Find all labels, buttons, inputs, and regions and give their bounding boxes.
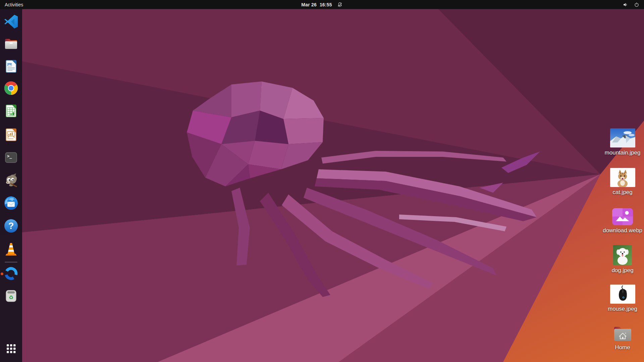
dock-item-libreoffice-impress[interactable] <box>3 127 19 143</box>
dock-item-files[interactable] <box>3 36 19 52</box>
clock-button[interactable]: Mar 26 16:55 <box>301 0 342 9</box>
cat-photo-thumbnail <box>610 168 635 187</box>
desktop-icon-label: dog.jpeg <box>611 267 633 274</box>
desktop-icon-label: download.webp <box>603 228 642 234</box>
dock-item-help[interactable]: ? <box>3 218 19 234</box>
wallpaper-jellyfish <box>0 0 644 362</box>
desktop-icon-cat-jpeg[interactable]: cat.jpeg <box>601 168 644 196</box>
top-bar: Activities Mar 26 16:55 <box>0 0 644 9</box>
svg-text:♻: ♻ <box>9 294 13 301</box>
system-status-area[interactable] <box>623 0 644 9</box>
chrome-icon <box>3 80 19 96</box>
libreoffice-calc-icon <box>3 103 19 119</box>
svg-text:>_: >_ <box>7 154 12 159</box>
desktop-icon-label: Home <box>615 345 630 351</box>
desktop-icon-home-folder[interactable]: Home <box>601 324 644 351</box>
gimp-icon <box>3 172 19 188</box>
show-applications-grid-icon <box>3 341 19 357</box>
dock-divider <box>5 262 17 262</box>
activities-button[interactable]: Activities <box>0 0 28 9</box>
libreoffice-writer-icon <box>3 58 19 74</box>
dock-item-vlc[interactable] <box>3 241 19 257</box>
home-folder-icon <box>613 324 633 342</box>
help-icon: ? <box>3 218 19 234</box>
svg-text:?: ? <box>8 221 14 231</box>
ubuntu-desktop: Activities Mar 26 16:55 <box>0 0 644 362</box>
volume-icon <box>623 2 628 7</box>
desktop-icon-label: cat.jpeg <box>612 189 633 196</box>
dock-item-trash[interactable]: ♻ <box>3 288 19 304</box>
desktop-icon-mountain-jpeg[interactable]: mountain.jpeg <box>601 128 644 156</box>
desktop-icon-download-webp[interactable]: download.webp <box>601 208 644 234</box>
desktop-icon-label: mouse.jpeg <box>608 306 637 312</box>
dock-item-terminal[interactable]: >_ <box>3 149 19 166</box>
files-folder-icon <box>3 36 19 52</box>
notifications-disabled-icon <box>337 2 343 7</box>
desktop-icon-label: mountain.jpeg <box>605 150 641 156</box>
dock-item-libreoffice-calc[interactable] <box>3 103 19 119</box>
show-applications-button[interactable] <box>3 341 19 357</box>
desktop-icon-mouse-jpeg[interactable]: mouse.jpeg <box>601 285 644 312</box>
dock-item-thunderbird[interactable] <box>3 195 19 211</box>
trash-icon: ♻ <box>3 288 19 304</box>
vlc-icon <box>3 241 19 257</box>
libreoffice-impress-icon <box>3 127 19 143</box>
dock: >_ <box>0 9 22 362</box>
dock-item-gimp[interactable] <box>3 172 19 188</box>
terminal-icon: >_ <box>3 149 19 166</box>
clock-time: 16:55 <box>320 2 332 7</box>
mountain-photo-thumbnail <box>610 128 635 147</box>
desktop-icon-dog-jpeg[interactable]: dog.jpeg <box>601 245 644 274</box>
vscode-icon <box>3 13 19 29</box>
dock-item-chrome[interactable] <box>3 80 19 96</box>
dock-item-libreoffice-writer[interactable] <box>3 58 19 74</box>
blue-ring-icon <box>3 265 19 282</box>
dog-photo-thumbnail <box>613 245 632 265</box>
mouse-photo-thumbnail <box>610 285 635 304</box>
clock-date: Mar 26 <box>301 2 317 7</box>
thunderbird-icon <box>3 195 19 211</box>
dock-item-vscode[interactable] <box>3 13 19 29</box>
clock-label: Mar 26 16:55 <box>301 2 332 7</box>
power-icon <box>634 2 639 7</box>
dock-item-blue-ring-app[interactable] <box>3 265 19 282</box>
generic-image-thumbnail <box>612 208 633 225</box>
